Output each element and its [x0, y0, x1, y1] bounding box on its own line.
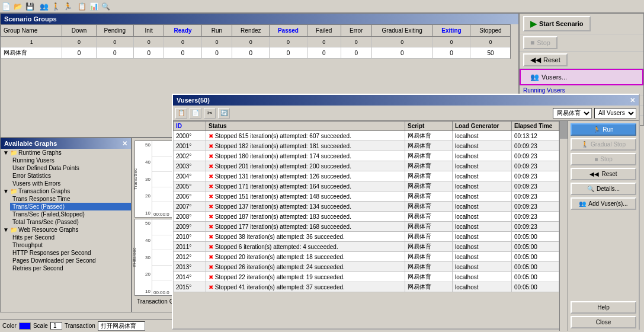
sg-scrollbar[interactable]: [510, 24, 518, 59]
vd-close-icon[interactable]: ✕: [630, 97, 635, 104]
trans-sec-failed-item[interactable]: Trans/Sec (Failed,Stopped): [10, 210, 131, 218]
hits-per-second-item[interactable]: Hits per Second: [10, 234, 131, 241]
toolbar: 📄 📂 💾 👥 🚶 🏃 📋 📊 🔍: [0, 0, 644, 13]
col-stopped: Stopped: [470, 25, 511, 37]
start-scenario-button[interactable]: ▶ Start Scenario: [523, 16, 591, 31]
vd-help-btn[interactable]: Help: [571, 301, 636, 314]
status-icon: ✖: [209, 173, 213, 180]
cell-status: ✖ Stopped 26 iteration(s) attempted: 24 …: [206, 262, 405, 272]
vd-scroll-area[interactable]: ID Status Script Load Generator Elapsed …: [173, 121, 559, 331]
table-row: 2011° ✖ Stopped 6 iteration(s) attempted…: [174, 242, 559, 252]
retries-item[interactable]: Retries per Second: [10, 264, 131, 272]
web-resource-folder[interactable]: ▼ 📁 Web Resource Graphs: [1, 226, 131, 234]
trans-response-item[interactable]: Trans Response Time: [10, 195, 131, 203]
vd-vscrollbar[interactable]: [559, 121, 568, 331]
log-icon[interactable]: 📋: [76, 1, 88, 12]
run-users-icon[interactable]: 👥: [38, 1, 50, 12]
vd-refresh-btn[interactable]: 🔄: [218, 108, 230, 119]
vusers-icon: 👥: [530, 73, 539, 81]
status-icon: ✖: [209, 244, 213, 250]
cell-id: 2012°: [174, 252, 206, 262]
table-row: 2015° ✖ Stopped 41 iteration(s) attempte…: [174, 282, 559, 292]
vd-group-select[interactable]: 网易体育: [553, 108, 592, 119]
error-stats-item[interactable]: Error Statistics: [10, 172, 131, 180]
vd-col-id[interactable]: ID: [174, 122, 206, 131]
folder-icon2: 📁: [10, 188, 17, 194]
vd-gradual-stop-btn[interactable]: 🚶 Gradual Stop: [571, 138, 636, 151]
vd-col-elapsed[interactable]: Elapsed Time: [512, 122, 559, 131]
user-defined-item[interactable]: User Defined Data Points: [10, 164, 131, 172]
cell-generator: localhost: [453, 161, 512, 171]
runtime-graphs-children: Running Vusers User Defined Data Points …: [1, 157, 131, 187]
vd-cut-btn[interactable]: ✂: [204, 108, 216, 119]
cell-id: 2008°: [174, 212, 206, 222]
reset-button[interactable]: ◀◀ Reset: [523, 53, 568, 66]
vd-paste-btn[interactable]: 📄: [190, 108, 201, 119]
stop-icon: ■: [530, 39, 534, 47]
transaction-graphs-folder[interactable]: ▼ 📁 Transaction Graphs: [1, 187, 131, 195]
save-icon[interactable]: 💾: [24, 1, 36, 12]
vd-col-status[interactable]: Status: [206, 122, 405, 131]
runtime-graphs-folder[interactable]: ▼ 📁 Runtime Graphs: [1, 149, 131, 157]
cell-script: 网易体育: [405, 272, 453, 282]
http-responses-item[interactable]: HTTP Responses per Second: [10, 249, 131, 257]
reset-icon2: ◀◀: [589, 171, 599, 177]
status-icon: ✖: [209, 274, 213, 280]
cell-script: 网易体育: [405, 131, 453, 141]
cell-generator: localhost: [453, 262, 512, 272]
reset-icon: ◀◀: [530, 56, 541, 64]
vd-col-generator[interactable]: Load Generator: [453, 122, 512, 131]
cell-status: ✖ Stopped 201 iteration(s) attempted: 20…: [206, 161, 405, 171]
cell-elapsed: 00:09:23: [512, 141, 559, 151]
cell-status: ✖ Stopped 22 iteration(s) attempted: 19 …: [206, 272, 405, 282]
vd-filter-select[interactable]: All Vusers: [594, 108, 636, 119]
vusers-button[interactable]: 👥 Vusers...: [524, 72, 573, 82]
open-icon[interactable]: 📂: [12, 1, 24, 12]
status-icon: ✖: [209, 264, 213, 270]
trans-sec-passed-item[interactable]: Trans/Sec (Passed): [10, 203, 131, 210]
color-label: Color: [2, 323, 17, 329]
vd-reset-btn[interactable]: ◀◀ Reset: [571, 168, 636, 180]
cell-status: ✖ Stopped 177 iteration(s) attempted: 16…: [206, 222, 405, 232]
cell-script: 网易体育: [405, 202, 453, 212]
cell-generator: localhost: [453, 282, 512, 292]
folder-icon3: 📁: [10, 226, 17, 233]
cell-status: ✖ Stopped 6 iteration(s) attempted: 4 su…: [206, 242, 405, 252]
cell-script: 网易体育: [405, 171, 453, 181]
cell-elapsed: 00:05:00: [512, 252, 559, 262]
stop-run-icon[interactable]: 🚶: [50, 1, 62, 12]
running-vusers-link[interactable]: Running Vusers: [523, 87, 565, 94]
vd-copy-btn[interactable]: 📋: [175, 108, 187, 119]
vd-stop-btn[interactable]: ■ Stop: [571, 153, 636, 165]
running-vusers-item[interactable]: Running Vusers: [10, 157, 131, 164]
cell-status: ✖ Stopped 137 iteration(s) attempted: 13…: [206, 202, 405, 212]
stop-button[interactable]: ■ Stop: [523, 36, 558, 49]
reset-row: ◀◀ Reset: [520, 52, 643, 69]
graph-icon[interactable]: 📊: [88, 1, 100, 12]
pages-downloaded-item[interactable]: Pages Downloaded per Second: [10, 257, 131, 264]
cell-generator: localhost: [453, 272, 512, 282]
col-down: Down: [62, 25, 96, 37]
gradual-stop-icon[interactable]: 🏃: [62, 1, 73, 12]
ag-close-icon[interactable]: ✕: [122, 140, 127, 148]
table-row: 2010° ✖ Stopped 38 iteration(s) attempte…: [174, 232, 559, 242]
vd-col-script[interactable]: Script: [405, 122, 453, 131]
vd-title: Vusers(50): [177, 97, 210, 104]
cell-id: 2009°: [174, 222, 206, 232]
new-icon[interactable]: 📄: [0, 1, 12, 12]
cell-id: 2003°: [174, 161, 206, 171]
graph2-y-axis: 50 40 30 20 10: [135, 219, 152, 295]
throughput-item[interactable]: Throughput: [10, 241, 131, 249]
vusers-dialog: Vusers(50) ✕ 📋 📄 ✂ 🔄 网易体育 All Vusers ID …: [172, 94, 640, 330]
zoom-icon[interactable]: 🔍: [100, 1, 111, 12]
ag-title: Available Graphs ✕: [1, 138, 131, 149]
vd-close-btn[interactable]: Close: [571, 316, 636, 328]
vusers-errors-item[interactable]: Vusers with Errors: [10, 180, 131, 187]
vd-scrollbar-thumb[interactable]: [560, 121, 568, 139]
total-trans-item[interactable]: Total Trans/Sec (Passed): [10, 218, 131, 226]
vd-run-btn[interactable]: 🏃 Run: [571, 123, 636, 136]
cell-elapsed: 00:05:00: [512, 242, 559, 252]
graph2-y-label: #Hits/sec: [132, 248, 137, 267]
vd-add-vuser-btn[interactable]: 👥 Add Vuser(s)...: [571, 197, 636, 210]
vd-details-btn[interactable]: 🔍 Details...: [571, 183, 636, 195]
